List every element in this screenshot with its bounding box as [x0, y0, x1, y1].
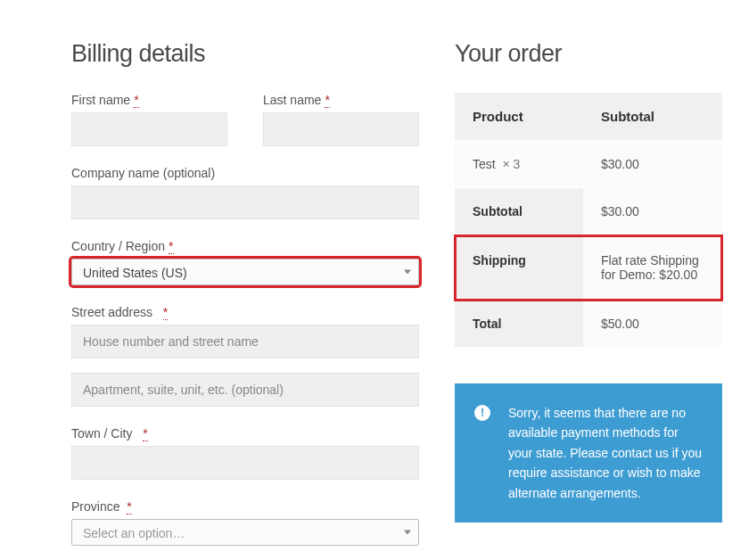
country-field: Country / Region* United States (US): [71, 239, 419, 285]
street-label-text: Street address: [71, 305, 152, 319]
province-select[interactable]: Select an option…: [71, 519, 419, 546]
first-name-label-text: First name: [71, 93, 130, 107]
required-marker: *: [127, 499, 131, 515]
order-item-name-cell: Test × 3: [455, 141, 583, 188]
province-select-value: Select an option…: [83, 526, 185, 540]
city-input[interactable]: [71, 446, 419, 480]
order-shipping-value: Flat rate Shipping for Demo: $20.00: [583, 235, 722, 301]
required-marker: *: [163, 305, 168, 320]
city-label-text: Town / City: [71, 426, 132, 441]
order-shipping-line1: Flat rate Shipping: [601, 253, 699, 268]
country-label: Country / Region*: [71, 239, 419, 253]
country-select[interactable]: United States (US): [71, 259, 419, 285]
first-name-input[interactable]: [71, 112, 227, 146]
country-label-text: Country / Region: [71, 239, 165, 253]
billing-section: Billing details First name* Last name* C…: [71, 40, 419, 546]
order-shipping-line2: for Demo: $20.00: [601, 268, 697, 282]
province-field: Province * Select an option…: [71, 499, 419, 546]
province-label-text: Province: [71, 499, 119, 514]
order-header-product: Product: [455, 93, 583, 141]
order-section: Your order Product Subtotal Test × 3 $30…: [455, 40, 722, 546]
company-input[interactable]: [71, 185, 419, 219]
company-field: Company name (optional): [71, 166, 419, 219]
city-field: Town / City *: [71, 426, 419, 480]
order-total-row: Total $50.00: [455, 301, 722, 348]
order-total-label: Total: [455, 301, 583, 348]
last-name-label: Last name*: [263, 93, 419, 107]
order-item-total: $30.00: [583, 141, 722, 188]
required-marker: *: [134, 93, 138, 108]
order-header-subtotal: Subtotal: [583, 93, 722, 141]
order-item-name: Test: [473, 157, 496, 171]
chevron-down-icon: [404, 531, 411, 535]
province-label: Province *: [71, 499, 419, 514]
order-header-row: Product Subtotal: [455, 93, 722, 141]
required-marker: *: [143, 426, 147, 441]
first-name-label: First name*: [71, 93, 227, 107]
payment-notice-text: Sorry, it seems that there are no availa…: [508, 406, 702, 500]
order-total-value: $50.00: [583, 301, 722, 348]
order-subtotal-value: $30.00: [583, 188, 722, 235]
city-label: Town / City *: [71, 426, 419, 441]
required-marker: *: [169, 239, 173, 254]
order-title: Your order: [455, 40, 722, 68]
street2-input[interactable]: [71, 373, 419, 407]
order-item-qty: × 3: [502, 157, 520, 171]
country-select-value: United States (US): [83, 266, 187, 280]
chevron-down-icon: [404, 270, 411, 275]
required-marker: *: [325, 93, 329, 108]
payment-notice: ! Sorry, it seems that there are no avai…: [455, 383, 722, 523]
info-icon: !: [474, 405, 490, 421]
order-shipping-row: Shipping Flat rate Shipping for Demo: $2…: [455, 235, 722, 301]
street-label: Street address *: [71, 305, 419, 319]
last-name-label-text: Last name: [263, 93, 321, 107]
company-label: Company name (optional): [71, 166, 419, 180]
last-name-input[interactable]: [263, 112, 419, 146]
order-table: Product Subtotal Test × 3 $30.00 Subtota…: [455, 93, 722, 348]
billing-title: Billing details: [71, 40, 419, 68]
first-name-field: First name*: [71, 93, 227, 146]
order-shipping-label: Shipping: [455, 235, 583, 301]
last-name-field: Last name*: [263, 93, 419, 146]
order-subtotal-row: Subtotal $30.00: [455, 188, 722, 235]
order-item-row: Test × 3 $30.00: [455, 141, 722, 188]
order-subtotal-label: Subtotal: [455, 188, 583, 235]
street-field: Street address *: [71, 305, 419, 407]
street1-input[interactable]: [71, 325, 419, 358]
